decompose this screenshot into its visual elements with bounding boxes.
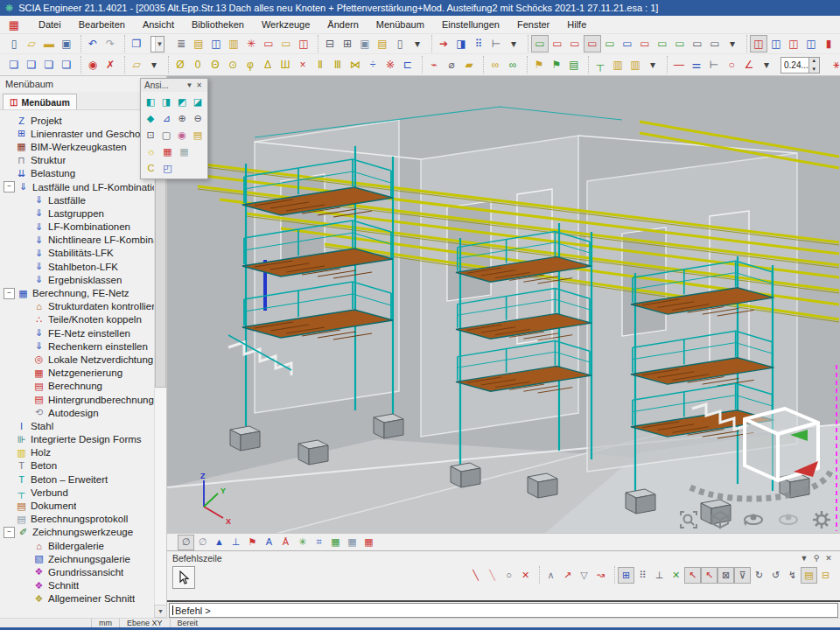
frame-yellow-icon[interactable]: ▭: [277, 35, 295, 52]
save-all-icon[interactable]: ▬: [40, 35, 58, 52]
snow-load-icon[interactable]: ※: [382, 56, 399, 74]
node-display-3-icon[interactable]: ◫: [785, 35, 802, 52]
zoom-in-icon[interactable]: ⊕: [174, 110, 190, 127]
view-y-icon[interactable]: ◨: [158, 94, 174, 110]
tree-item-concrete[interactable]: TBeton: [4, 459, 154, 472]
command-input[interactable]: Befehl >: [169, 603, 838, 618]
redraw-icon[interactable]: ◉: [84, 56, 102, 74]
beam-tool-7-icon[interactable]: Ш: [276, 56, 294, 74]
visibility-filter-2-icon[interactable]: ▭: [549, 35, 566, 52]
tree-item-loadcase[interactable]: ⇓Lastfälle: [4, 193, 154, 206]
snap-arc-center-icon[interactable]: ↺: [767, 567, 784, 584]
open-recent-icon[interactable]: ▱: [128, 56, 145, 74]
wire-render-icon[interactable]: ∅: [178, 535, 194, 550]
tree-item-nonlinear-combinations[interactable]: ⇓Nichtlineare LF-Kombinationen: [4, 234, 154, 247]
dropdown-icon[interactable]: ▾: [145, 56, 163, 74]
tree-item-integrated-design-forms[interactable]: ⊪Integrierte Design Forms: [4, 433, 154, 446]
node-display-4-icon[interactable]: ◫: [802, 35, 820, 52]
snap-point-icon[interactable]: ↗: [559, 567, 576, 584]
window-cascade-2-icon[interactable]: ❏: [23, 56, 40, 74]
window-cascade-3-icon[interactable]: ❏: [40, 56, 58, 74]
beam-tool-12-icon[interactable]: ÷: [364, 56, 382, 74]
glasses-green-icon[interactable]: ∞: [504, 56, 522, 74]
tree-item-picture-gallery[interactable]: ⌂Bildergalerie: [4, 539, 154, 552]
snap-midpoint-icon[interactable]: ↖: [684, 567, 701, 584]
print-preview-icon[interactable]: ⊞: [339, 35, 356, 52]
dropdown-icon[interactable]: ▾: [644, 56, 662, 74]
dot-grid-icon[interactable]: ⠿: [470, 35, 487, 52]
visibility-filter-1-icon[interactable]: ▭: [531, 35, 549, 52]
tree-item-calculation-report[interactable]: ▤Berechnungsprotokoll: [4, 513, 154, 526]
snap-arc-icon[interactable]: ↝: [592, 567, 609, 584]
menu-bearbeiten[interactable]: Bearbeiten: [70, 16, 134, 33]
viewport-3d[interactable]: Z X Y: [167, 76, 840, 533]
menu-ansicht[interactable]: Ansicht: [134, 16, 183, 33]
layers-icon[interactable]: ▤: [190, 35, 207, 52]
fe-model-icon[interactable]: ✳: [242, 35, 260, 52]
tree-item-drawing-gallery[interactable]: ▧Zeichnungsgalerie: [4, 552, 154, 565]
menu-men-baum[interactable]: Menübaum: [368, 16, 433, 33]
menu-einstellungen[interactable]: Einstellungen: [433, 16, 508, 33]
sidebar-scrollbar[interactable]: ▲ ▼: [154, 109, 166, 618]
tree-item-loadgroups[interactable]: ⇓Lastgruppen: [4, 206, 154, 220]
picture-gallery-icon[interactable]: ▤: [374, 35, 391, 52]
visibility-filter-5-icon[interactable]: ▭: [601, 35, 619, 52]
measure-icon[interactable]: ⌀: [443, 56, 460, 74]
viewport-3d-model[interactable]: Z X Y: [167, 76, 840, 533]
tree-item-steel[interactable]: IStahl: [4, 419, 154, 432]
window-cascade-4-icon[interactable]: ❏: [58, 56, 75, 74]
numbering-icon[interactable]: ⌗: [311, 535, 327, 550]
collapse-icon[interactable]: −: [4, 527, 15, 538]
tree-item-check-structure-data[interactable]: ⌂Strukturdaten kontrollieren: [4, 300, 154, 313]
node-display-5-icon[interactable]: ▮: [820, 35, 837, 52]
clip-box-icon[interactable]: C: [143, 160, 159, 177]
tree-item-composite[interactable]: ┬Verbund: [4, 486, 154, 499]
cursor-snap-icon[interactable]: ⊞: [618, 567, 634, 584]
snap-delete-icon[interactable]: ✕: [517, 567, 534, 584]
beam-tool-8-icon[interactable]: ×: [294, 56, 312, 74]
beam-tool-4-icon[interactable]: ⊙: [224, 56, 242, 74]
tree-item-calculation-mesh[interactable]: −▦Berechnung, FE-Netz: [4, 286, 154, 299]
dwg-grid-red-icon[interactable]: ▦: [360, 535, 377, 550]
plane-snap-icon[interactable]: ⊟: [817, 567, 834, 584]
table-check-icon[interactable]: ◨: [452, 35, 470, 52]
support-marks-icon[interactable]: ⊥: [228, 535, 244, 550]
frame-red-icon[interactable]: ▭: [260, 35, 277, 52]
node-display-2-icon[interactable]: ◫: [767, 35, 785, 52]
solid-render-icon[interactable]: ∅: [194, 535, 211, 550]
visibility-filter-4-icon[interactable]: ▭: [584, 35, 601, 52]
tree-item-load[interactable]: ⇊Belastung: [4, 167, 154, 180]
tree-item-loadcases-combos[interactable]: −⇓Lastfälle und LF-Kombinationen: [4, 180, 154, 193]
regenerate-icon[interactable]: ✗: [102, 56, 119, 74]
snap-endpoint-2-icon[interactable]: ↖: [701, 567, 718, 584]
document-app-icon[interactable]: ▦: [5, 18, 23, 32]
tree-item-line-grid[interactable]: ⊞Linienraster und Geschosse: [4, 127, 154, 140]
frame-mixed-icon[interactable]: ◫: [295, 35, 312, 52]
view-image-1-icon[interactable]: ▦: [159, 144, 176, 160]
tree-item-combinations[interactable]: ⇓LF-Kombinationen: [4, 220, 154, 234]
menu-werkzeuge[interactable]: Werkzeuge: [253, 16, 318, 33]
save-image-icon[interactable]: ▣: [356, 35, 374, 52]
polygon-icon[interactable]: ▰: [460, 56, 478, 74]
light-icon[interactable]: ☼: [143, 144, 159, 160]
mesh-view-icon[interactable]: ✳: [294, 535, 311, 550]
label-add-icon[interactable]: A: [261, 535, 277, 550]
clipboard-icon[interactable]: ▥: [225, 35, 242, 52]
t-section-icon[interactable]: ┬: [592, 56, 609, 74]
tree-item-autodesign[interactable]: ⟲Autodesign: [4, 406, 154, 419]
menu-bibliotheken[interactable]: Bibliotheken: [183, 16, 253, 33]
snap-tangent-icon[interactable]: ↻: [751, 567, 767, 584]
node-marks-icon[interactable]: ▲: [211, 535, 228, 550]
tree-item-timber[interactable]: ▥Holz: [4, 446, 154, 459]
properties-1-icon[interactable]: ▥: [609, 56, 626, 74]
snap-object-icon[interactable]: ↯: [784, 567, 801, 584]
menu-hilfe[interactable]: Hilfe: [558, 16, 595, 33]
polyline-icon[interactable]: ⌁: [425, 56, 443, 74]
cursor-mode-button[interactable]: [172, 566, 195, 589]
line-grid-snap-icon[interactable]: ⊥: [651, 567, 668, 584]
tree-item-result-classes[interactable]: ⇓Ergebnisklassen: [4, 273, 154, 286]
close-icon[interactable]: ✕: [822, 554, 835, 563]
view-cube-icon[interactable]: [710, 510, 730, 529]
visibility-filter-9-icon[interactable]: ▭: [671, 35, 689, 52]
beam-tool-11-icon[interactable]: ⋈: [346, 56, 364, 74]
